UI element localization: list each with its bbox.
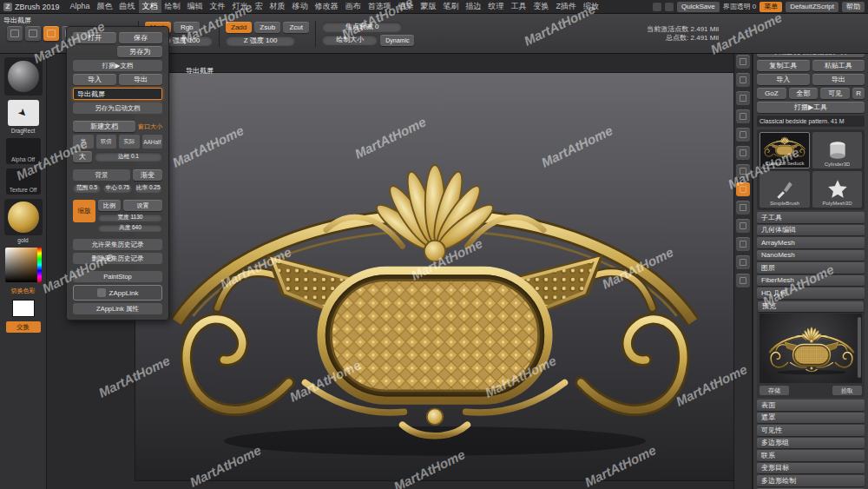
menu-item-颜色[interactable]: 颜色 [94, 0, 116, 13]
doc-ratio-toggle[interactable]: 比例 [98, 200, 121, 211]
export-screenshot-item[interactable]: 导出截屏 [73, 88, 162, 100]
tool-section-遮罩[interactable]: 遮罩 [757, 413, 865, 424]
stroke-selector[interactable]: ➤ [8, 100, 39, 126]
goz-button[interactable]: GoZ [757, 88, 786, 99]
menu-item-移动[interactable]: 移动 [289, 0, 312, 13]
export-button[interactable]: 导出 [812, 74, 865, 85]
menu-item-修改器[interactable]: 修改器 [312, 0, 342, 13]
menu-item-宏[interactable]: 宏 [252, 0, 266, 13]
all-button[interactable]: 全部 [789, 88, 819, 99]
draw-size-slider[interactable]: 绘制大小 [322, 35, 378, 45]
menu-item-纹理[interactable]: 纹理 [485, 0, 508, 13]
menu-item-灯光[interactable]: 灯光 [229, 0, 252, 13]
tool-section-几何体编辑[interactable]: 几何体编辑 [757, 225, 865, 236]
tool-section-子工具[interactable]: 子工具 [757, 212, 865, 223]
r-button[interactable]: R [852, 88, 865, 99]
menu-item-蒙版[interactable]: 蒙版 [418, 0, 440, 13]
preview-slider[interactable] [858, 317, 861, 378]
zsub-button[interactable]: Zsub [254, 22, 280, 33]
rgb-button[interactable]: Rgb [174, 22, 200, 33]
doc-set-button[interactable]: 设置 [123, 200, 162, 211]
z-intensity-slider[interactable]: Z 强度 100 [226, 36, 295, 46]
doc-import-button[interactable]: 导入 [73, 74, 116, 85]
brush-thumbnail[interactable] [4, 57, 43, 96]
preview-store-button[interactable]: 存储 [760, 386, 789, 395]
alpha-selector[interactable]: Alpha Off [6, 138, 41, 164]
doc-export-button[interactable]: 导出 [119, 74, 162, 85]
tool-section-变形目标[interactable]: 变形目标 [757, 463, 865, 474]
menu-item-曲线[interactable]: 曲线 [116, 0, 139, 13]
zapplink-properties-button[interactable]: ZAppLink 属性 [73, 303, 162, 314]
doc-delete-history-button[interactable]: 删除采集历史记录 [73, 253, 162, 264]
bundle-tool-button[interactable]: 打捆▶工具 [757, 102, 865, 113]
interface-opacity-label[interactable]: 界面透明 0 [723, 2, 757, 11]
paste-tool-button[interactable]: 粘贴工具 [812, 60, 865, 71]
preview-viewport[interactable] [760, 314, 862, 383]
menu-item-Z插件[interactable]: Z插件 [553, 0, 581, 13]
help-button[interactable]: 帮助 [842, 2, 865, 12]
tool-section-FiberMesh[interactable]: FiberMesh [757, 275, 865, 287]
visible-button[interactable]: 可见 [820, 88, 850, 99]
texture-selector[interactable]: Texture Off [6, 169, 41, 195]
hue-strip[interactable] [37, 248, 42, 282]
menu-item-编辑[interactable]: 编辑 [184, 0, 207, 13]
frame-icon[interactable] [736, 274, 750, 287]
doc-double-button[interactable]: 双倍 [96, 135, 117, 149]
doc-new-document-button[interactable]: 新建文档 [73, 121, 135, 132]
tool-thumb-simplebrush[interactable]: SimpleBrush [760, 171, 810, 208]
switch-color-label[interactable]: 切换色彩 [11, 287, 36, 295]
doc-window-size-label[interactable]: 窗口大小 [138, 122, 162, 131]
menu-item-文件[interactable]: 文件 [207, 0, 229, 13]
menu-item-文档[interactable]: 文档 [139, 0, 161, 13]
tool-section-多边形组[interactable]: 多边形组 [757, 438, 865, 449]
scale-doc-icon[interactable] [736, 219, 750, 233]
aahalf-icon[interactable] [736, 255, 750, 269]
sync-icon[interactable] [653, 3, 661, 11]
doc-bundle-button[interactable]: 打捆▶文档 [73, 60, 162, 71]
section-preview-header[interactable]: 预览 [758, 301, 864, 313]
tool-section-NanoMesh[interactable]: NanoMesh [757, 250, 865, 261]
zcut-button[interactable]: Zcut [283, 22, 309, 33]
secondary-color-swatch[interactable] [12, 300, 35, 317]
copy-tool-button[interactable]: 复制工具 [757, 60, 810, 71]
doc-save-as-button[interactable]: 另存为 [117, 46, 162, 57]
menu-item-描边[interactable]: 描边 [463, 0, 485, 13]
local-symmetry-icon[interactable] [736, 91, 750, 105]
scroll-icon[interactable] [736, 201, 750, 215]
tool-section-ArrayMesh[interactable]: ArrayMesh [757, 237, 865, 248]
menu-item-Alpha[interactable]: Alpha [67, 0, 94, 13]
doc-save-startup-button[interactable]: 另存为启动文档 [73, 102, 162, 114]
tool-section-表面[interactable]: 表面 [757, 400, 865, 411]
doc-height-slider[interactable]: 高度 640 [98, 224, 162, 232]
headboard-model[interactable] [157, 115, 713, 464]
document-viewport[interactable] [135, 73, 733, 480]
edit-mode-icon[interactable] [43, 26, 59, 41]
doc-half-button[interactable]: 半 [73, 135, 94, 149]
menu-item-笔刷[interactable]: 笔刷 [440, 0, 463, 13]
persp-icon[interactable] [736, 55, 750, 69]
import-button[interactable]: 导入 [757, 74, 810, 85]
transparency-icon[interactable] [736, 109, 750, 123]
lightbox-icon[interactable] [7, 26, 23, 41]
doc-gradient-toggle[interactable]: 渐变 [133, 169, 162, 181]
doc-rate-slider[interactable]: 比率 0.25 [135, 183, 162, 193]
paintstop-button[interactable]: PaintStop [73, 271, 162, 282]
tool-section-多边形绘制[interactable]: 多边形绘制 [757, 475, 865, 486]
quicksave-button[interactable]: QuickSave [677, 2, 720, 12]
tool-thumb-active[interactable]: Classical beduck [760, 132, 810, 169]
tool-thumb-cylinder[interactable]: Cylinder3D [812, 132, 862, 169]
menu-item-工具[interactable]: 工具 [508, 0, 530, 13]
solo-icon[interactable] [736, 146, 750, 160]
projection-master-icon[interactable] [25, 26, 41, 41]
focal-shift-slider[interactable]: 焦点衰减 0 [322, 22, 402, 32]
swap-color-button[interactable]: 交换 [6, 321, 41, 333]
tool-thumb-polymesh[interactable]: PolyMesh3D [812, 171, 862, 208]
menu-item-缩放[interactable]: 缩放 [580, 0, 602, 13]
menus-button[interactable]: 菜单 [760, 2, 782, 12]
color-picker[interactable] [5, 248, 42, 282]
xpose-icon[interactable] [736, 164, 750, 178]
history-icon[interactable] [665, 3, 674, 11]
menu-item-首选项[interactable]: 首选项 [365, 0, 395, 13]
zadd-button[interactable]: Zadd [226, 22, 252, 33]
tool-section-HD 几何[interactable]: HD 几何 [757, 287, 865, 299]
